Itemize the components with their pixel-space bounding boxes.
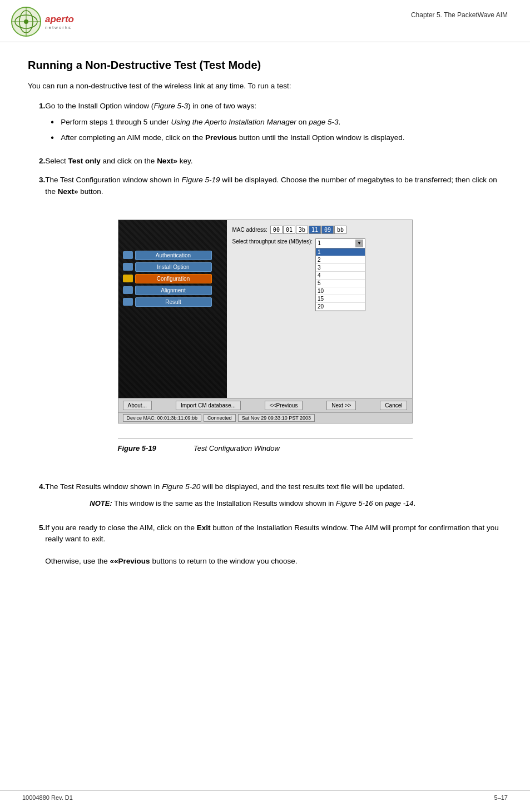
- option-15[interactable]: 15: [316, 295, 365, 303]
- nav-item: Result: [123, 297, 212, 307]
- step-content: Go to the Install Option window (Figure …: [45, 101, 502, 148]
- list-item: 3. The Test Configuration window shown i…: [28, 175, 502, 197]
- bullet-text: After completing an AIM mode, click on t…: [61, 132, 502, 143]
- option-3[interactable]: 3: [316, 264, 365, 272]
- step-content: Select Test only and click on the Next» …: [45, 156, 502, 167]
- page-footer: 10004880 Rev. D1 5–17: [0, 790, 530, 801]
- note-label: NOTE:: [90, 499, 112, 507]
- footer-right: 5–17: [494, 794, 508, 801]
- option-4[interactable]: 4: [316, 272, 365, 280]
- list-item: 1. Go to the Install Option window (Figu…: [28, 101, 502, 148]
- bullet-text: Perform steps 1 through 5 under Using th…: [61, 117, 502, 128]
- step-content: If you are ready to close the AIM, click…: [45, 522, 502, 567]
- throughput-row: Select throughput size (MBytes): 1 ▼ 1 2…: [232, 238, 407, 311]
- note-block: NOTE: This window is the same as the Ins…: [90, 498, 502, 509]
- nav-icon: [123, 263, 133, 271]
- screenshot-area: Authentication Install Option Configurat…: [118, 220, 412, 398]
- mac-cell: 09: [321, 226, 334, 234]
- throughput-select[interactable]: 1 ▼ 1 2 3 4 5 10 15 20: [315, 238, 365, 311]
- nav-item: Configuration: [123, 274, 212, 283]
- figure-label: Figure 5-19: [118, 444, 156, 452]
- dropdown-arrow[interactable]: ▼: [355, 240, 363, 247]
- mac-cell: 01: [283, 226, 295, 234]
- nav-icon: [123, 298, 133, 306]
- mac-cell: 00: [270, 226, 283, 234]
- list-item: 4. The Test Results window shown in Figu…: [28, 481, 502, 515]
- config-panel: MAC address: 00 01 3b 11 09 bb Select th…: [227, 220, 412, 398]
- chapter-heading: Chapter 5. The PacketWave AIM: [411, 7, 508, 19]
- nav-panel: Authentication Install Option Configurat…: [118, 220, 227, 398]
- brand-name: aperto: [45, 14, 74, 25]
- page-header: aperto networks Chapter 5. The PacketWav…: [0, 0, 530, 42]
- about-button[interactable]: About...: [123, 401, 152, 410]
- button-bar: About... Import CM database... <<Previou…: [118, 398, 412, 412]
- nav-icon: [123, 275, 133, 282]
- configuration-button[interactable]: Configuration: [135, 274, 212, 283]
- step-number: 2.: [28, 156, 45, 167]
- mac-cell: 3b: [296, 226, 308, 234]
- step-content: The Test Results window shown in Figure …: [45, 481, 502, 515]
- select-value: 1: [318, 240, 355, 246]
- section-title: Running a Non-Destructive Test (Test Mod…: [28, 59, 502, 72]
- mac-cell: bb: [334, 226, 346, 234]
- next-button[interactable]: Next >>: [326, 401, 356, 410]
- footer-left: 10004880 Rev. D1: [22, 794, 73, 801]
- alignment-button[interactable]: Alignment: [135, 286, 212, 295]
- figure-divider: [118, 438, 413, 439]
- list-item: 2. Select Test only and click on the Nex…: [28, 156, 502, 167]
- figure-title: Test Configuration Window: [194, 444, 280, 452]
- mac-cell: 11: [309, 226, 321, 234]
- mac-address-row: MAC address: 00 01 3b 11 09 bb: [232, 226, 407, 234]
- steps-list: 1. Go to the Install Option window (Figu…: [28, 101, 502, 197]
- authentication-button[interactable]: Authentication: [135, 251, 212, 260]
- brand-sub: networks: [45, 25, 74, 30]
- cancel-button[interactable]: Cancel: [380, 401, 407, 410]
- step-number: 1.: [28, 101, 45, 148]
- status-bar: Device MAC: 00:01:3b:11:09:bb Connected …: [118, 412, 412, 423]
- note-text: This window is the same as the Installat…: [114, 499, 415, 507]
- step-number: 3.: [28, 175, 45, 197]
- step-number: 4.: [28, 481, 45, 515]
- steps-list-continued: 4. The Test Results window shown in Figu…: [28, 481, 502, 567]
- list-item: • After completing an AIM mode, click on…: [51, 132, 502, 143]
- select-list: 1 2 3 4 5 10 15 20: [316, 248, 365, 311]
- figure-caption-area: Figure 5-19 Test Configuration Window: [118, 438, 413, 452]
- import-cm-button[interactable]: Import CM database...: [176, 401, 241, 410]
- figure-caption: Figure 5-19 Test Configuration Window: [118, 444, 413, 452]
- main-content: Running a Non-Destructive Test (Test Mod…: [0, 42, 530, 592]
- nav-item: Alignment: [123, 286, 212, 295]
- nav-item: Authentication: [123, 251, 212, 260]
- step-number: 5.: [28, 522, 45, 567]
- result-button[interactable]: Result: [135, 297, 212, 307]
- list-item: • Perform steps 1 through 5 under Using …: [51, 117, 502, 128]
- nav-menu: Authentication Install Option Configurat…: [123, 251, 212, 309]
- option-2[interactable]: 2: [316, 256, 365, 264]
- nav-icon: [123, 286, 133, 294]
- nav-item: Install Option: [123, 262, 212, 272]
- logo-text: aperto networks: [45, 14, 74, 30]
- install-option-button[interactable]: Install Option: [135, 262, 212, 272]
- list-item: 5. If you are ready to close the AIM, cl…: [28, 522, 502, 567]
- connected-status: Connected: [204, 414, 236, 422]
- mac-label: MAC address:: [232, 227, 268, 233]
- logo-area: aperto networks: [11, 7, 74, 37]
- bullet-marker: •: [51, 132, 61, 143]
- nav-icon: [123, 251, 133, 259]
- throughput-label: Select throughput size (MBytes):: [232, 238, 313, 245]
- time-status: Sat Nov 29 09:33:10 PST 2003: [238, 414, 315, 422]
- sub-bullet-list: • Perform steps 1 through 5 under Using …: [51, 117, 502, 144]
- previous-button[interactable]: <<Previous: [265, 401, 303, 410]
- logo-icon: [11, 7, 42, 37]
- device-mac-status: Device MAC: 00:01:3b:11:09:bb: [123, 414, 202, 422]
- figure-wrapper: Authentication Install Option Configurat…: [28, 208, 502, 435]
- figure-19: Authentication Install Option Configurat…: [118, 220, 413, 424]
- bullet-marker: •: [51, 117, 61, 127]
- intro-paragraph: You can run a non-destructive test of th…: [28, 81, 502, 92]
- option-20[interactable]: 20: [316, 303, 365, 311]
- option-1[interactable]: 1: [316, 248, 365, 256]
- option-5[interactable]: 5: [316, 280, 365, 287]
- select-top: 1 ▼: [316, 239, 365, 248]
- step-content: The Test Configuration window shown in F…: [45, 175, 502, 197]
- step-text: Go to the Install Option window (Figure …: [45, 102, 256, 110]
- option-10[interactable]: 10: [316, 287, 365, 295]
